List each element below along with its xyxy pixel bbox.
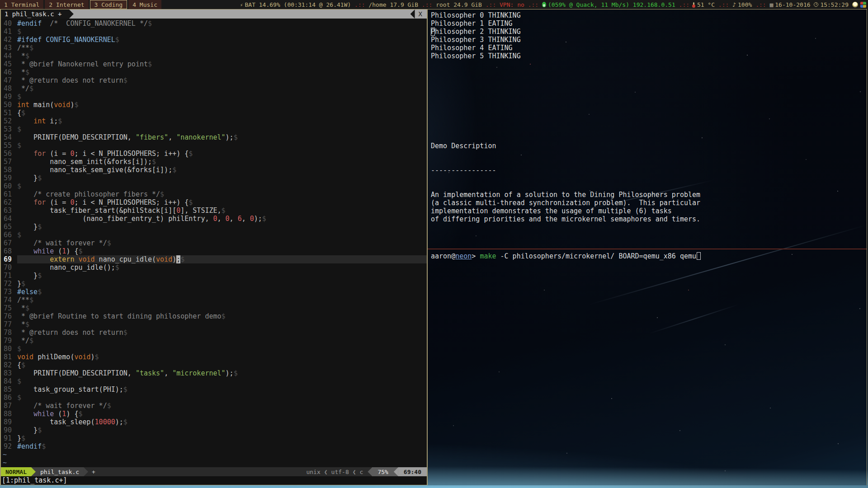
line-number: 91	[1, 434, 12, 442]
code-line[interactable]: 47 * @return does not return$	[1, 76, 427, 84]
close-tab-button[interactable]: X	[415, 9, 427, 19]
code-line[interactable]: 46 *$	[1, 68, 427, 76]
apps-tray-icon[interactable]	[860, 2, 866, 8]
code-line[interactable]: 41$	[1, 28, 427, 36]
hostname: neon	[455, 252, 472, 260]
code-line[interactable]: 44 *$	[1, 52, 427, 60]
code-line[interactable]: 87 /* wait forever */$	[1, 402, 427, 410]
code-line[interactable]: 65 }$	[1, 223, 427, 231]
status-segment: .::	[351, 1, 368, 8]
demo-description-line: implementation demonstrates the usage of…	[431, 207, 867, 215]
status-text: 15:52:29	[820, 1, 849, 8]
line-number: 89	[1, 418, 12, 426]
code-line[interactable]: 74/**$	[1, 296, 427, 304]
file-encoding: utf-8	[331, 467, 349, 476]
code-line[interactable]: 50int main(void)$	[1, 101, 427, 109]
shell-region[interactable]: aaron@neon> make -C philosophers/microke…	[428, 249, 867, 485]
code-line[interactable]: 67 /* wait forever */$	[1, 239, 427, 247]
powerline-arrow-icon	[31, 467, 36, 476]
code-line[interactable]: 76 * @brief Routine to start dining phil…	[1, 312, 427, 320]
line-number: 82	[1, 361, 12, 369]
code-buffer[interactable]: 40#endif /* CONFIG_NANOKERNEL */$41$42#i…	[1, 19, 427, 450]
code-line[interactable]: 59 }$	[1, 174, 427, 182]
code-line[interactable]: 52 int i;$	[1, 117, 427, 125]
code-line[interactable]: 43/**$	[1, 44, 427, 52]
code-line[interactable]: 90 }$	[1, 426, 427, 434]
code-line[interactable]: 89 task_sleep(10000);$	[1, 418, 427, 426]
code-line[interactable]: 69 extern void nano_cpu_idle(void);$	[1, 255, 427, 263]
demo-title: Demo Description	[431, 142, 867, 150]
code-line[interactable]: 42#ifdef CONFIG_NANOKERNEL$	[1, 36, 427, 44]
code-line[interactable]: 78 * @return does not return$	[1, 328, 427, 337]
line-number: 70	[1, 263, 12, 272]
code-line[interactable]: 77 *$	[1, 320, 427, 328]
code-line[interactable]: 51{$	[1, 109, 427, 117]
workspace-switcher: 1 Terminal2 Internet3 Coding4 Music	[0, 0, 163, 9]
line-number: 79	[1, 337, 12, 345]
code-line[interactable]: 45 * @brief Nanokernel entry point$	[1, 60, 427, 68]
code-line[interactable]: 56 for (i = 0; i < N_PHILOSOPHERS; i++) …	[1, 150, 427, 158]
penguin-icon	[542, 2, 546, 7]
code-line[interactable]: 53$	[1, 125, 427, 133]
code-line[interactable]: 63 task_fiber_start(&philStack[i][0], ST…	[1, 206, 427, 215]
code-line[interactable]: 72}$	[1, 280, 427, 288]
code-line[interactable]: 54 PRINTF(DEMO_DESCRIPTION, "fibers", "n…	[1, 133, 427, 141]
chevron-left-icon: ❮	[349, 467, 360, 476]
code-line[interactable]: 83 PRINTF(DEMO_DESCRIPTION, "tasks", "mi…	[1, 369, 427, 377]
line-number: 61	[1, 190, 12, 198]
code-line[interactable]: 79 */$	[1, 337, 427, 345]
code-line[interactable]: 88 while (1) {$	[1, 410, 427, 418]
status-segment: VPN: no	[500, 1, 524, 8]
code-line[interactable]: 92#endif$	[1, 442, 427, 450]
code-line[interactable]: 86$	[1, 394, 427, 402]
code-line[interactable]: 73#else$	[1, 288, 427, 296]
powerline-arrow-icon	[368, 467, 372, 476]
statusline-fill	[99, 467, 307, 476]
code-line[interactable]: 85 task_group_start(PHI);$	[1, 385, 427, 394]
workspace-button[interactable]: 2 Internet	[45, 0, 88, 9]
statusline-filename: phil_task.c	[36, 467, 84, 476]
code-line[interactable]: 48 */$	[1, 84, 427, 93]
powerline-arrow-icon	[84, 467, 88, 476]
workspace-button[interactable]: 4 Music	[128, 0, 161, 9]
screen-hardstatus: [1:phil_task.c+]	[1, 476, 427, 485]
code-line[interactable]: 91}$	[1, 434, 427, 442]
code-line[interactable]: 71 }$	[1, 272, 427, 280]
line-number: 54	[1, 133, 12, 141]
workspace-button[interactable]: 3 Coding	[90, 0, 127, 9]
vim-tab-phil-task[interactable]: 1 phil_task.c +	[1, 9, 69, 19]
code-line[interactable]: 55$	[1, 141, 427, 150]
code-line[interactable]: 62 for (i = 0; i < N_PHILOSOPHERS; i++) …	[1, 198, 427, 206]
terminal-cursor: P	[431, 28, 435, 36]
code-line[interactable]: 81void philDemo(void)$	[1, 353, 427, 361]
code-line[interactable]: 40#endif /* CONFIG_NANOKERNEL */$	[1, 19, 427, 28]
code-line[interactable]: 64 (nano_fiber_entry_t) philEntry, 0, 0,…	[1, 215, 427, 223]
code-line[interactable]: 61 /* create philosopher fibers */$	[1, 190, 427, 198]
line-number: 60	[1, 182, 12, 190]
powerline-arrow-icon	[410, 9, 415, 19]
workspace-button[interactable]: 1 Terminal	[0, 0, 43, 9]
code-line[interactable]: 68 while (1) {$	[1, 247, 427, 255]
code-line[interactable]: 84$	[1, 377, 427, 385]
status-text: BAT 14.69% (00:31:14 @ 26.41W)	[245, 1, 351, 8]
code-line[interactable]: 60$	[1, 182, 427, 190]
code-line[interactable]: 58 nano_task_sem_give(&forks[i]);$	[1, 166, 427, 174]
code-line[interactable]: 80$	[1, 345, 427, 353]
line-number: 56	[1, 150, 12, 158]
line-number: 58	[1, 166, 12, 174]
demo-description-line: (a classic multi-thread synchronization …	[431, 199, 867, 207]
code-line[interactable]: 66$	[1, 231, 427, 239]
code-line[interactable]: 57 nano_sem_init(&forks[i]);$	[1, 158, 427, 166]
empty-buffer-fillers: ~~	[1, 450, 427, 467]
line-number: 59	[1, 174, 12, 182]
bulb-tray-icon[interactable]	[852, 2, 858, 8]
status-text: .::	[482, 1, 500, 8]
tabline-fill	[74, 9, 410, 19]
code-line[interactable]: 82{$	[1, 361, 427, 369]
line-number: 51	[1, 109, 12, 117]
code-line[interactable]: 75 *$	[1, 304, 427, 312]
prompt-text: >	[472, 252, 480, 260]
shell-prompt[interactable]: aaron@neon> make -C philosophers/microke…	[428, 249, 867, 260]
code-line[interactable]: 49$	[1, 93, 427, 101]
code-line[interactable]: 70 nano_cpu_idle();$	[1, 263, 427, 272]
